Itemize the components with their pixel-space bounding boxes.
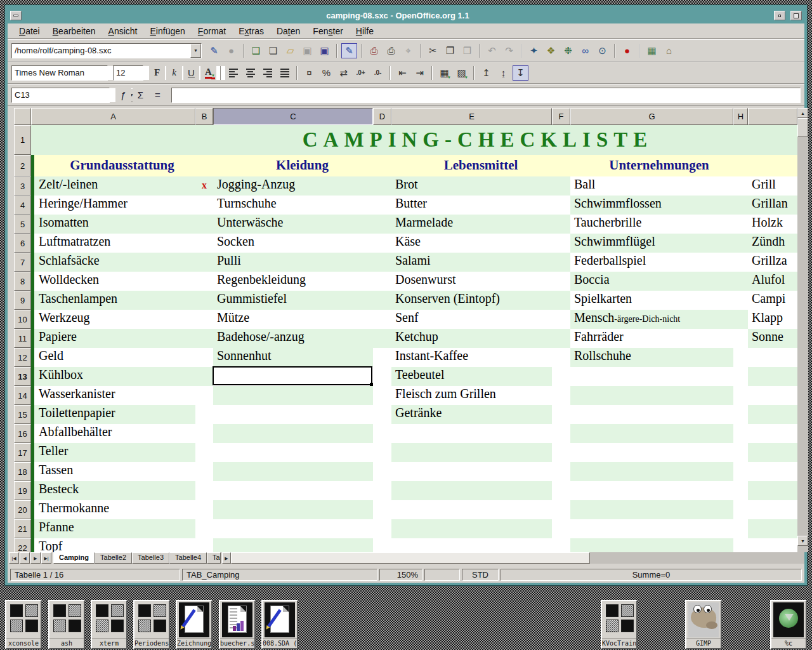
copy-icon[interactable]: ❐ — [442, 43, 458, 58]
cell-B6[interactable] — [195, 234, 213, 253]
row-header-5[interactable]: 5 — [14, 215, 31, 234]
col-header-G[interactable]: G — [570, 108, 733, 125]
cell-D3[interactable] — [373, 176, 391, 196]
redo-icon[interactable]: ↷ — [501, 43, 517, 58]
cell-I11[interactable]: Sonne — [748, 329, 797, 348]
cell-C4[interactable]: Turnschuhe — [213, 196, 373, 215]
cell-B8[interactable] — [195, 272, 213, 291]
cell-C19[interactable] — [213, 481, 373, 500]
edit-mode-icon[interactable]: ✎ — [341, 43, 357, 58]
cell-A9[interactable]: Taschenlampen — [31, 291, 195, 310]
taskbar-icon-zeichnung[interactable]: Zeichnung- — [176, 600, 213, 649]
cell-B20[interactable] — [195, 500, 213, 519]
cell-C17[interactable] — [213, 443, 373, 462]
cell-D17[interactable] — [373, 443, 391, 462]
row-header-16[interactable]: 16 — [14, 424, 31, 443]
cell-E6[interactable]: Käse — [391, 234, 552, 253]
align-left-icon[interactable] — [225, 65, 241, 81]
cell-F19[interactable] — [552, 481, 570, 500]
row-header-1[interactable]: 1 — [14, 125, 31, 155]
insert-graphics-icon[interactable]: ▦ — [644, 43, 660, 58]
cell-A8[interactable]: Wolldecken — [31, 272, 195, 291]
cell-I10[interactable]: Klapp — [748, 310, 797, 329]
font-name-input[interactable] — [12, 66, 129, 80]
col-header-C[interactable]: C — [213, 108, 373, 125]
align-right-icon[interactable] — [259, 65, 275, 81]
cell-E7[interactable]: Salami — [391, 253, 552, 272]
category-header-lebensmittel[interactable]: Lebensmittel — [391, 155, 570, 176]
cell-H22[interactable] — [733, 538, 748, 552]
vertical-scroll-thumb[interactable] — [797, 118, 808, 137]
cell-D11[interactable] — [373, 329, 391, 348]
cell-D10[interactable] — [373, 310, 391, 329]
cell-C20[interactable] — [213, 500, 373, 519]
cell-F3[interactable] — [552, 176, 570, 196]
url-dropdown-icon[interactable]: ▼ — [190, 44, 201, 58]
menu-item-einfuegen[interactable]: Einfügen — [144, 25, 192, 37]
percent-format-icon[interactable]: % — [318, 65, 334, 81]
cell-I16[interactable] — [748, 424, 797, 443]
cell-B21[interactable] — [195, 519, 213, 538]
cell-E13[interactable]: Teebeutel — [391, 367, 552, 386]
cell-I14[interactable] — [748, 386, 797, 405]
menu-item-format[interactable]: Format — [192, 25, 232, 37]
cell-F10[interactable] — [552, 310, 570, 329]
cell-reference-input[interactable] — [12, 88, 129, 102]
cell-H14[interactable] — [733, 386, 748, 405]
horizontal-scroll-thumb[interactable] — [231, 552, 590, 564]
cell-G3[interactable]: Ball — [570, 176, 733, 196]
standard-format-icon[interactable]: ⇄ — [336, 65, 351, 81]
cell-E9[interactable]: Konserven (Eintopf) — [391, 291, 552, 310]
taskbar-icon-gimp[interactable]: GIMP — [685, 600, 722, 649]
cell-H13[interactable] — [733, 367, 748, 386]
menu-item-hilfe[interactable]: Hilfe — [350, 25, 380, 37]
cell-F13[interactable] — [552, 367, 570, 386]
sheet-title-cell[interactable]: CAMPING-CHECKLISTE — [31, 125, 797, 155]
sheet-tab-tabelle2[interactable]: Tabelle2 — [95, 552, 132, 564]
save-all-icon[interactable]: ▣ — [317, 43, 332, 58]
cell-G13[interactable] — [570, 367, 733, 386]
taskbar-icon-buecher-s[interactable]: buecher.s — [219, 600, 256, 649]
cell-F17[interactable] — [552, 443, 570, 462]
paste-icon[interactable]: ❒ — [459, 43, 475, 58]
cell-C15[interactable] — [213, 405, 373, 424]
cell-I7[interactable]: Grillza — [748, 253, 797, 272]
background-color-icon[interactable]: ▨▼ — [454, 65, 469, 81]
cell-D14[interactable] — [373, 386, 391, 405]
row-header-7[interactable]: 7 — [14, 253, 31, 272]
align-top-icon[interactable]: ↥ — [478, 65, 494, 81]
cell-E3[interactable]: Brot — [391, 176, 552, 196]
cell-I22[interactable] — [748, 538, 797, 552]
cell-B14[interactable] — [195, 386, 213, 405]
cell-E21[interactable] — [391, 519, 552, 538]
cell-F12[interactable] — [552, 348, 570, 367]
print-file-icon[interactable]: ⎙ — [366, 43, 382, 58]
row-header-10[interactable]: 10 — [14, 310, 31, 329]
cell-I17[interactable] — [748, 443, 797, 462]
cell-E19[interactable] — [391, 481, 552, 500]
cell-I3[interactable]: Grill — [748, 176, 797, 196]
cell-H16[interactable] — [733, 424, 748, 443]
col-header-x9[interactable] — [748, 108, 797, 125]
cell-A21[interactable]: Pfanne — [31, 519, 195, 538]
taskbar-icon-ash[interactable]: ash — [48, 600, 85, 649]
cell-H15[interactable] — [733, 405, 748, 424]
cell-A10[interactable]: Werkzeug — [31, 310, 195, 329]
row-header-15[interactable]: 15 — [14, 405, 31, 424]
cell-C8[interactable]: Regenbekleidung — [213, 272, 373, 291]
scroll-right-icon[interactable]: ▶ — [222, 552, 231, 564]
cell-D4[interactable] — [373, 196, 391, 215]
cell-C16[interactable] — [213, 424, 373, 443]
cell-C9[interactable]: Gummistiefel — [213, 291, 373, 310]
cell-F16[interactable] — [552, 424, 570, 443]
formula-input[interactable] — [172, 88, 800, 102]
row-header-6[interactable]: 6 — [14, 234, 31, 253]
cell-A15[interactable]: Toilettenpapier — [31, 405, 195, 424]
cell-G6[interactable]: Schwimmflügel — [570, 234, 733, 253]
system-menu-button[interactable] — [10, 11, 22, 20]
add-decimal-icon[interactable]: .0+ — [353, 65, 369, 81]
align-center-vertical-icon[interactable]: ↨ — [495, 65, 511, 81]
col-header-D[interactable]: D — [373, 108, 391, 125]
cell-H9[interactable] — [733, 291, 748, 310]
cell-D16[interactable] — [373, 424, 391, 443]
